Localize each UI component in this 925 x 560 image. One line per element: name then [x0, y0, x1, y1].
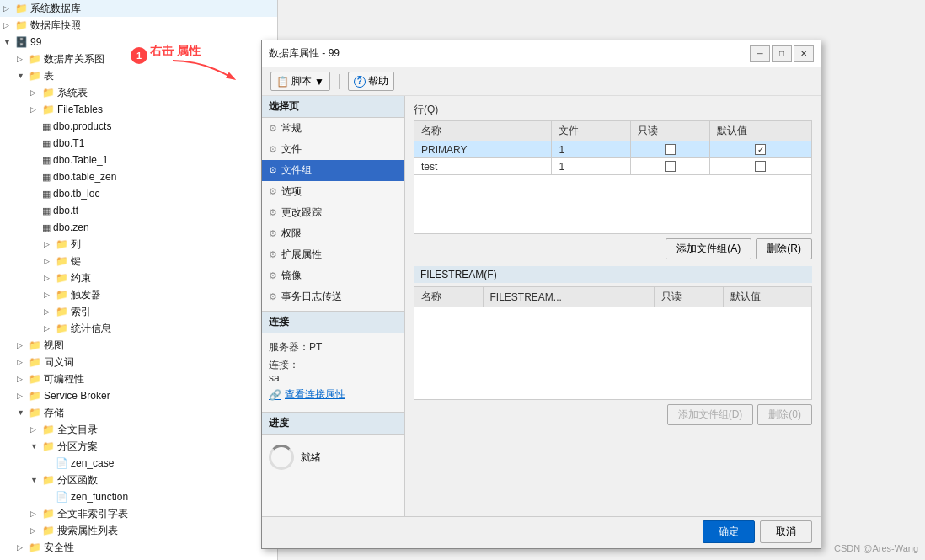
selector-item-changetracking[interactable]: ⚙ 更改跟踪	[262, 202, 404, 223]
selector-item-extprops[interactable]: ⚙ 扩展属性	[262, 244, 404, 265]
tree-item-fulltext[interactable]: ▷ 📁 全文目录	[0, 421, 277, 438]
tree-item-zen-function[interactable]: 📄 zen_function	[0, 488, 277, 505]
item-label: 约束	[71, 271, 91, 285]
tree-item-storage[interactable]: ▼ 📁 存储	[0, 404, 277, 421]
folder-icon: 📁	[29, 541, 41, 553]
item-label: dbo.table_zen	[53, 171, 116, 183]
tree-item-tb-loc[interactable]: ▦ dbo.tb_loc	[0, 185, 277, 202]
help-button[interactable]: ? 帮助	[348, 72, 394, 91]
ok-button[interactable]: 确定	[703, 520, 755, 543]
table-row[interactable]: test 1	[414, 158, 812, 175]
rows-table: 名称 文件 只读 默认值 PRIMARY 1 test	[414, 120, 812, 175]
tree-item-zen[interactable]: ▦ dbo.zen	[0, 219, 277, 236]
readonly-checkbox[interactable]	[665, 161, 676, 172]
tree-item-programmable[interactable]: ▷ 📁 可编程性	[0, 371, 277, 387]
dialog-title: 数据库属性 - 99	[269, 46, 340, 61]
readonly-checkbox[interactable]	[665, 144, 676, 155]
selector-item-general[interactable]: ⚙ 常规	[262, 118, 404, 139]
tree-item-sys-db[interactable]: ▷ 📁 系统数据库	[0, 0, 277, 17]
tree-item-col[interactable]: ▷ 📁 列	[0, 236, 277, 253]
expand-icon: ▷	[30, 509, 42, 518]
selector-item-label: 更改跟踪	[281, 205, 322, 220]
server-label: 服务器：PT	[269, 340, 398, 355]
tree-item-stats[interactable]: ▷ 📁 统计信息	[0, 320, 277, 337]
tree-item-tt[interactable]: ▦ dbo.tt	[0, 202, 277, 219]
add-fs-filegroup-button[interactable]: 添加文件组(D)	[667, 404, 754, 425]
tree-item-synonyms[interactable]: ▷ 📁 同义词	[0, 354, 277, 371]
selector-item-label: 镜像	[281, 269, 302, 283]
tree-item-trigger[interactable]: ▷ 📁 触发器	[0, 286, 277, 303]
tree-item-fulltext-idx[interactable]: ▷ 📁 全文非索引字表	[0, 505, 277, 522]
minimize-button[interactable]: ─	[750, 45, 770, 62]
col-default: 默认值	[709, 121, 811, 141]
expand-icon: ▷	[44, 274, 56, 282]
dialog-toolbar: 📋 脚本 ▼ ? 帮助	[262, 67, 821, 96]
annotation-arrow	[168, 56, 236, 82]
progress-section-title: 进度	[262, 412, 404, 435]
expand-icon: ▷	[3, 21, 15, 29]
tree-item-db-snapshot[interactable]: ▷ 📁 数据库快照	[0, 17, 277, 34]
expand-icon: ▷	[44, 307, 56, 316]
remove-filegroup-button[interactable]: 删除(R)	[756, 238, 812, 259]
cancel-button[interactable]: 取消	[760, 520, 812, 543]
item-label: 全文目录	[57, 423, 98, 437]
remove-fs-filegroup-button[interactable]: 删除(0)	[757, 404, 812, 425]
tree-item-table1[interactable]: ▦ dbo.Table_1	[0, 152, 277, 168]
expand-icon: ▷	[17, 55, 29, 63]
tree-item-key[interactable]: ▷ 📁 键	[0, 253, 277, 269]
tree-item-views[interactable]: ▷ 📁 视图	[0, 337, 277, 354]
close-button[interactable]: ✕	[794, 45, 814, 62]
item-label: dbo.Table_1	[53, 154, 108, 166]
item-label: 同义词	[44, 355, 74, 370]
col-files: 文件	[552, 121, 631, 141]
item-label: dbo.tt	[53, 205, 78, 216]
folder-icon: ▦	[42, 205, 51, 216]
tree-item-index[interactable]: ▷ 📁 索引	[0, 303, 277, 320]
expand-icon: ▷	[3, 4, 15, 13]
tree-item-sys-tables[interactable]: ▷ 📁 系统表	[0, 84, 277, 101]
item-label: FileTables	[57, 104, 103, 115]
folder-icon: 📁	[29, 70, 41, 82]
row-name: PRIMARY	[414, 141, 552, 158]
link-icon: 🔗	[269, 389, 281, 401]
item-label: 全文非索引字表	[57, 507, 128, 521]
view-connection-link[interactable]: 🔗 查看连接属性	[269, 387, 398, 402]
table-row[interactable]: PRIMARY 1	[414, 141, 812, 158]
tree-item-constraint[interactable]: ▷ 📁 约束	[0, 269, 277, 286]
tree-item-security[interactable]: ▷ 📁 安全性	[0, 539, 277, 556]
selector-item-label: 权限	[281, 227, 302, 241]
selector-item-txlog[interactable]: ⚙ 事务日志传送	[262, 286, 404, 307]
selector-item-mirroring[interactable]: ⚙ 镜像	[262, 265, 404, 286]
help-icon: ?	[354, 76, 366, 88]
tree-item-search-prop[interactable]: ▷ 📁 搜索属性列表	[0, 522, 277, 539]
conn-label: 连接： sa	[269, 358, 398, 384]
tree-item-products[interactable]: ▦ dbo.products	[0, 118, 277, 135]
default-checkbox[interactable]	[755, 161, 766, 172]
selector-gear-icon: ⚙	[269, 228, 277, 239]
tree-item-partition-func[interactable]: ▼ 📁 分区函数	[0, 472, 277, 488]
selector-item-files[interactable]: ⚙ 文件	[262, 139, 404, 160]
tree-item-file-tables[interactable]: ▷ 📁 FileTables	[0, 101, 277, 118]
selector-item-permissions[interactable]: ⚙ 权限	[262, 223, 404, 244]
maximize-button[interactable]: □	[772, 45, 792, 62]
default-checkbox[interactable]	[755, 144, 766, 155]
script-button[interactable]: 📋 脚本 ▼	[270, 72, 330, 91]
item-label: 系统数据库	[30, 2, 81, 16]
selector-item-filegroups[interactable]: ⚙ 文件组	[262, 160, 404, 181]
selector-item-options[interactable]: ⚙ 选项	[262, 181, 404, 202]
tree-item-partition-scheme[interactable]: ▼ 📁 分区方案	[0, 438, 277, 455]
tree-item-service-broker[interactable]: ▷ 📁 Service Broker	[0, 387, 277, 404]
expand-icon: ▷	[17, 341, 29, 349]
item-label: dbo.zen	[53, 221, 89, 233]
folder-icon: 📁	[56, 289, 68, 301]
item-label: 触发器	[71, 288, 101, 302]
connection-section-title: 连接	[262, 311, 404, 333]
item-label: 数据库快照	[30, 19, 81, 33]
add-filegroup-button[interactable]: 添加文件组(A)	[666, 238, 751, 259]
expand-icon: ▼	[30, 442, 42, 451]
tree-item-table-zen[interactable]: ▦ dbo.table_zen	[0, 168, 277, 185]
expand-icon: ▼	[17, 408, 29, 417]
item-label: 可编程性	[44, 372, 84, 387]
tree-item-zen-case[interactable]: 📄 zen_case	[0, 455, 277, 472]
tree-item-t1[interactable]: ▦ dbo.T1	[0, 135, 277, 152]
